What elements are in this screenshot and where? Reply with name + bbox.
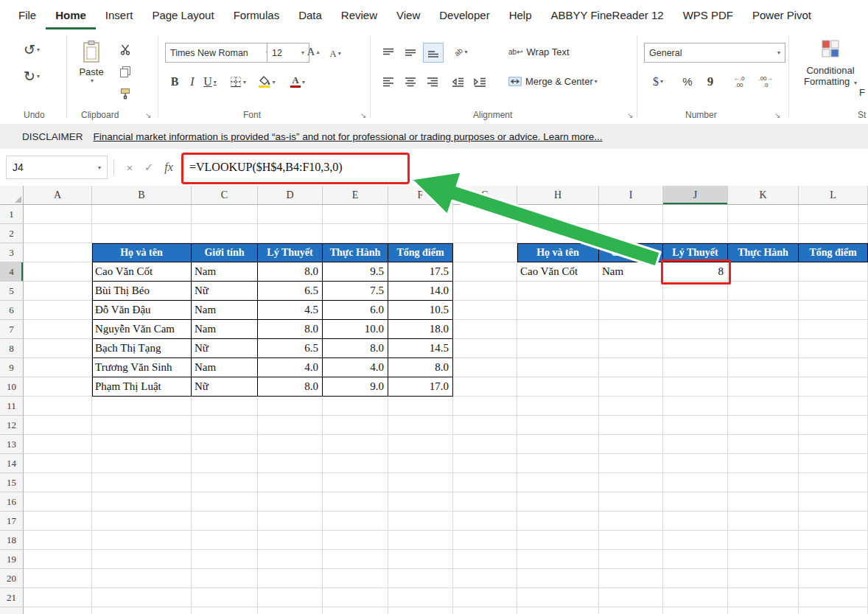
- cell-G22[interactable]: [453, 607, 517, 614]
- cell-H9[interactable]: [517, 358, 599, 377]
- cell-L2[interactable]: [799, 224, 868, 243]
- cell-K21[interactable]: [728, 588, 799, 607]
- cell-I10[interactable]: [599, 377, 663, 397]
- cell-C6[interactable]: Nam: [192, 301, 258, 320]
- cell-H20[interactable]: [517, 569, 599, 588]
- cell-A8[interactable]: [24, 339, 92, 358]
- cell-F21[interactable]: [388, 588, 453, 607]
- cell-G21[interactable]: [453, 588, 517, 607]
- cell-E2[interactable]: [323, 224, 388, 243]
- cell-E9[interactable]: 4.0: [323, 358, 388, 377]
- cell-B4[interactable]: Cao Văn Cốt: [92, 262, 192, 282]
- cell-K7[interactable]: [728, 320, 799, 339]
- name-box[interactable]: J4 ▾: [6, 156, 108, 179]
- row-header-15[interactable]: 15: [0, 473, 24, 492]
- cell-H3[interactable]: Họ và tên: [517, 243, 599, 262]
- cell-H12[interactable]: [517, 416, 599, 435]
- cell-H14[interactable]: [517, 454, 599, 473]
- top-align-button[interactable]: [379, 43, 398, 61]
- tab-data[interactable]: Data: [289, 0, 332, 29]
- cell-L21[interactable]: [799, 588, 868, 607]
- cell-C12[interactable]: [192, 416, 258, 435]
- cell-F22[interactable]: [388, 607, 453, 614]
- cell-I18[interactable]: [599, 531, 663, 550]
- cell-K18[interactable]: [728, 531, 799, 550]
- cell-G18[interactable]: [453, 531, 517, 550]
- cell-A10[interactable]: [24, 377, 92, 397]
- cell-F9[interactable]: 8.0: [388, 358, 453, 377]
- cell-G10[interactable]: [453, 377, 517, 397]
- cell-F7[interactable]: 18.0: [388, 320, 453, 339]
- cell-D6[interactable]: 4.5: [258, 301, 323, 320]
- font-color-button[interactable]: A ▾: [286, 72, 309, 91]
- cell-L9[interactable]: [799, 358, 868, 377]
- row-header-22[interactable]: 22: [0, 607, 24, 614]
- row-header-9[interactable]: 9: [0, 358, 24, 377]
- cell-D19[interactable]: [258, 550, 323, 569]
- cell-F10[interactable]: 17.0: [388, 377, 453, 397]
- row-header-21[interactable]: 21: [0, 588, 24, 607]
- cell-L3[interactable]: Tổng điểm: [799, 243, 868, 262]
- cell-F20[interactable]: [388, 569, 453, 588]
- cell-K5[interactable]: [728, 282, 799, 301]
- tab-view[interactable]: View: [387, 0, 430, 29]
- row-header-6[interactable]: 6: [0, 301, 24, 320]
- row-header-2[interactable]: 2: [0, 224, 24, 243]
- cell-I5[interactable]: [599, 282, 663, 301]
- row-header-18[interactable]: 18: [0, 531, 24, 550]
- tab-formulas[interactable]: Formulas: [224, 0, 290, 29]
- cell-I4[interactable]: Nam: [599, 262, 663, 282]
- tab-page-layout[interactable]: Page Layout: [142, 0, 223, 29]
- cell-H21[interactable]: [517, 588, 599, 607]
- tab-help[interactable]: Help: [500, 0, 542, 29]
- cell-C11[interactable]: [192, 397, 258, 416]
- cell-I8[interactable]: [599, 339, 663, 358]
- borders-button[interactable]: ▾: [227, 72, 249, 91]
- cell-H1[interactable]: [517, 205, 599, 224]
- cell-C8[interactable]: Nữ: [192, 339, 258, 358]
- cell-E3[interactable]: Thực Hành: [323, 243, 388, 262]
- cell-B6[interactable]: Đỗ Văn Đậu: [92, 301, 192, 320]
- row-header-14[interactable]: 14: [0, 454, 24, 473]
- cell-B14[interactable]: [92, 454, 192, 473]
- cell-D7[interactable]: 8.0: [258, 320, 323, 339]
- cell-D22[interactable]: [258, 607, 323, 614]
- cell-E15[interactable]: [323, 473, 388, 492]
- bottom-align-button[interactable]: [423, 43, 444, 63]
- cell-I3[interactable]: Giới tính: [599, 243, 663, 262]
- cell-B18[interactable]: [92, 531, 192, 550]
- cell-J12[interactable]: [663, 416, 728, 435]
- cell-E7[interactable]: 10.0: [323, 320, 388, 339]
- cell-D12[interactable]: [258, 416, 323, 435]
- column-header-D[interactable]: D: [258, 186, 323, 205]
- row-header-13[interactable]: 13: [0, 435, 24, 454]
- cell-J11[interactable]: [663, 397, 728, 416]
- cell-B10[interactable]: Phạm Thị Luật: [92, 377, 192, 397]
- cell-L10[interactable]: [799, 377, 868, 397]
- cell-J15[interactable]: [663, 473, 728, 492]
- cell-B9[interactable]: Trương Văn Sinh: [92, 358, 192, 377]
- cell-I22[interactable]: [599, 607, 663, 614]
- row-header-8[interactable]: 8: [0, 339, 24, 358]
- wrap-text-button[interactable]: ab↩ Wrap Text: [508, 43, 570, 61]
- cell-F12[interactable]: [388, 416, 453, 435]
- clipboard-dialog-launcher[interactable]: ↘: [145, 112, 151, 119]
- cell-H22[interactable]: [517, 607, 599, 614]
- cell-A11[interactable]: [24, 397, 92, 416]
- cell-F2[interactable]: [388, 224, 453, 243]
- align-center-button[interactable]: [401, 72, 420, 91]
- cell-K22[interactable]: [728, 607, 799, 614]
- cell-E19[interactable]: [323, 550, 388, 569]
- cell-L19[interactable]: [799, 550, 868, 569]
- cell-E13[interactable]: [323, 435, 388, 454]
- cell-K14[interactable]: [728, 454, 799, 473]
- cell-B13[interactable]: [92, 435, 192, 454]
- cell-E18[interactable]: [323, 531, 388, 550]
- cell-H8[interactable]: [517, 339, 599, 358]
- cell-G16[interactable]: [453, 492, 517, 512]
- column-header-G[interactable]: G: [453, 186, 517, 205]
- cell-A15[interactable]: [24, 473, 92, 492]
- cell-I17[interactable]: [599, 512, 663, 531]
- formula-input[interactable]: =VLOOKUP($H$4,B4:F10,3,0): [179, 161, 343, 174]
- accounting-format-button[interactable]: $▾: [647, 72, 669, 91]
